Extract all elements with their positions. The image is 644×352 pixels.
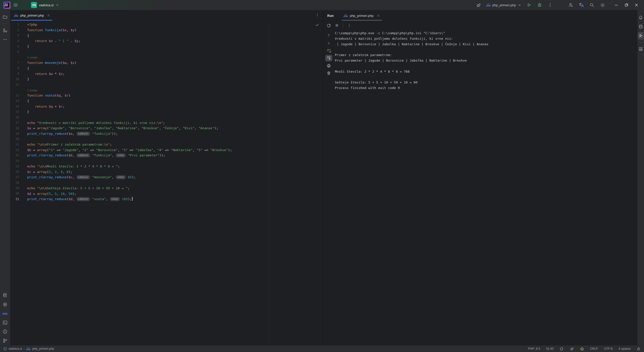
console-line[interactable]: | Jagode | Borovnice | Jabolka | Naktari…	[335, 42, 635, 48]
scroll-to-end-button[interactable]	[325, 55, 332, 61]
code-line[interactable]: 2function funkcija($x, $y)	[10, 27, 323, 33]
git-tool-button[interactable]	[1, 337, 9, 344]
restore-button[interactable]	[621, 1, 631, 9]
search-everywhere-button[interactable]	[588, 1, 596, 9]
notifications-tool-button[interactable]	[638, 14, 644, 21]
breadcrumb-project[interactable]: vadnica.si	[9, 347, 22, 350]
code-line[interactable]: 18$a = array("Jagode", "Borovnice", "Jab…	[10, 125, 323, 131]
console-line[interactable]	[335, 48, 635, 53]
code-line[interactable]: 10}	[10, 76, 323, 82]
debug-listener-widget[interactable]	[570, 346, 574, 351]
code-line[interactable]: 21echo "\n\nPrimer z začetnim parametrom…	[10, 142, 323, 147]
code-line[interactable]: 17echo "Vrednosti v matriki pošljemo dol…	[10, 120, 323, 125]
code-line[interactable]: 23print_r(array_reduce($b, callback: "fu…	[10, 153, 323, 158]
more-tool-windows-button[interactable]	[1, 36, 9, 43]
project-selector[interactable]: VS vadnica.si	[31, 2, 59, 8]
problems-tool-button[interactable]	[1, 328, 9, 335]
debug-button[interactable]	[536, 1, 543, 9]
code-line[interactable]: 20	[10, 136, 323, 142]
code-editor[interactable]: 1<?php2function funkcija($x, $y)3{4 retu…	[10, 21, 323, 345]
services-tool-button[interactable]	[1, 301, 9, 308]
code-line[interactable]: 29echo "\n\nSešteje števila: 5 + 5 + 10 …	[10, 186, 323, 191]
print-button[interactable]	[325, 62, 332, 69]
code-line[interactable]: 11	[10, 82, 323, 87]
code-line[interactable]: 27print_r(array_reduce($c, callback: "mn…	[10, 174, 323, 180]
clear-console-button[interactable]	[325, 70, 332, 76]
code-line[interactable]: 4 return $x . " | " . $y;	[10, 38, 323, 44]
indent-widget[interactable]: 4 spaces	[619, 347, 631, 350]
soft-wrap-button[interactable]	[325, 47, 332, 54]
code-line[interactable]: 1 usage	[10, 87, 323, 93]
close-button[interactable]	[631, 1, 641, 9]
php-debug-listen-button[interactable]	[475, 1, 482, 9]
add-user-icon	[568, 2, 574, 8]
console-line[interactable]: Množi števila: 2 * 2 * 4 * 8 * 6 = 768	[335, 70, 635, 75]
code-line[interactable]: 1<?php	[10, 22, 323, 27]
next-occurrence-button[interactable]	[325, 40, 332, 46]
main-menu-button[interactable]	[12, 1, 19, 9]
code-line[interactable]: 31print_r(array_reduce($d, callback: "vs…	[10, 196, 323, 202]
run-console-output[interactable]: C:\xampp\php\php.exe -c C:\xampp\php\php…	[334, 30, 637, 345]
code-line[interactable]: 16	[10, 115, 323, 120]
settings-button[interactable]	[599, 1, 606, 9]
run-tab-php-primeri[interactable]: php php_primeri.php	[341, 10, 382, 21]
code-line[interactable]: 8{	[10, 66, 323, 71]
run-configuration-selector[interactable]: php php_primeri.php	[487, 3, 521, 7]
tab-close-button[interactable]	[47, 14, 50, 17]
console-line[interactable]: Process finished with exit code 0	[335, 86, 635, 92]
code-line[interactable]: 26$c = array(2, 2, 4, 8);	[10, 169, 323, 175]
code-line[interactable]: 13{	[10, 98, 323, 104]
translate-button[interactable]	[578, 1, 585, 9]
caret-position-widget[interactable]: 31:40	[546, 347, 554, 350]
code-line[interactable]: 12function vsota($q, $r)	[10, 93, 323, 98]
console-line[interactable]: Primer z začetnim parametrom:	[335, 53, 635, 59]
code-line[interactable]: 24	[10, 158, 323, 164]
tab-options-button[interactable]	[315, 13, 319, 18]
code-line[interactable]: 30$d = array(5, 5, 10, 50);	[10, 191, 323, 196]
google-widget[interactable]	[580, 347, 584, 351]
run-tool-window-button[interactable]	[638, 32, 644, 39]
prev-occurrence-button[interactable]	[325, 32, 332, 39]
code-with-me-button[interactable]	[567, 1, 575, 9]
console-line[interactable]: C:\xampp\php\php.exe -c C:\xampp\php\php…	[335, 31, 635, 37]
code-line[interactable]: 6	[10, 49, 323, 55]
code-line[interactable]: 15}	[10, 109, 323, 115]
code-line[interactable]: 3{	[10, 33, 323, 38]
encoding-widget[interactable]: UTF-8	[604, 347, 613, 350]
line-ending-widget[interactable]: CRLF	[590, 347, 598, 350]
project-tool-button[interactable]	[1, 13, 9, 21]
terminal-tool-button[interactable]	[1, 319, 9, 326]
phpstorm-logo-icon[interactable]: PS	[4, 2, 10, 9]
console-line[interactable]	[335, 75, 635, 80]
code-line[interactable]: 25echo "\n\nMnoži števila: 2 * 2 * 4 * 8…	[10, 164, 323, 169]
console-line[interactable]: Sešteje števila: 5 + 5 + 10 + 50 + 10 = …	[335, 80, 635, 86]
editor-tab-php-primeri[interactable]: php php_primeri.php	[10, 10, 53, 21]
code-line[interactable]: 19print_r(array_reduce($a, callback: "fu…	[10, 131, 323, 137]
run-button[interactable]	[525, 1, 533, 9]
code-line[interactable]: 9 return $w * $z;	[10, 71, 323, 76]
breadcrumb-file[interactable]: php_primeri.php	[32, 347, 54, 350]
documentation-tool-button[interactable]: A	[638, 45, 644, 53]
run-tab-close-button[interactable]	[377, 14, 380, 17]
console-line[interactable]: Prvi parameter | Jagode | Borovnice | Ja…	[335, 59, 635, 64]
write-access-widget[interactable]	[637, 347, 640, 351]
console-line[interactable]: Vrednosti v matriki pošljemo določeni fu…	[335, 37, 635, 42]
highlighting-level-widget[interactable]	[560, 347, 564, 351]
code-line[interactable]: 22$b = array("1" => "Jagode", "2" => "Bo…	[10, 147, 323, 153]
code-line[interactable]: 14 return $q + $r;	[10, 104, 323, 109]
stop-button[interactable]	[333, 22, 340, 29]
database-tool-button-right[interactable]	[638, 23, 644, 30]
code-line[interactable]: 7function mnozenje($w, $z)	[10, 60, 323, 66]
php-version-widget[interactable]: PHP: 8.3	[528, 347, 540, 350]
console-more-options-button[interactable]	[346, 22, 353, 29]
database-tool-button[interactable]	[1, 292, 9, 299]
code-line[interactable]: 28	[10, 180, 323, 186]
minimize-button[interactable]	[611, 1, 621, 9]
console-line[interactable]	[335, 64, 635, 70]
rerun-button[interactable]	[325, 22, 332, 29]
code-line[interactable]: 5}	[10, 44, 323, 49]
more-actions-button[interactable]	[546, 1, 554, 9]
php-console-tool-button[interactable]: php	[1, 310, 9, 317]
structure-tool-button[interactable]	[1, 27, 9, 34]
code-line[interactable]: 1 usage	[10, 55, 323, 60]
